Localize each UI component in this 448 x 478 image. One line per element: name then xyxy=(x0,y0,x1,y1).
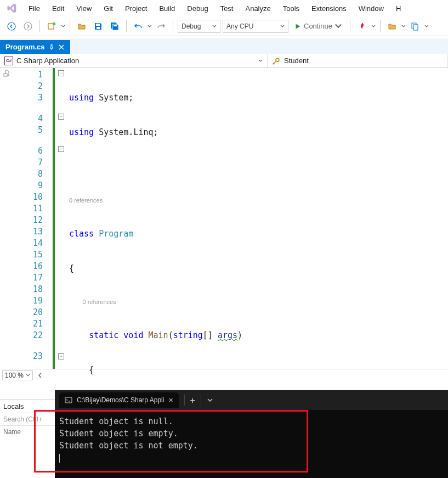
separator xyxy=(380,20,381,32)
document-tab-bar: Program.cs xyxy=(0,38,448,54)
pin-icon[interactable] xyxy=(48,44,55,50)
outline-margin xyxy=(0,68,14,369)
menu-extensions[interactable]: Extensions xyxy=(306,2,352,15)
menu-debug[interactable]: Debug xyxy=(182,2,213,15)
navigation-bar: C# C Sharp Application Student xyxy=(0,54,448,68)
terminal-icon xyxy=(65,396,72,404)
play-icon xyxy=(294,23,302,30)
csharp-icon: C# xyxy=(4,57,13,65)
fold-toggle[interactable]: − xyxy=(58,70,64,76)
code-surface[interactable]: using System; using System.Linq; 0 refer… xyxy=(69,68,448,369)
terminal-window: C:\Bijay\Demos\C Sharp Appli × + Student… xyxy=(55,390,448,478)
solution-config-dropdown[interactable]: Debug xyxy=(178,20,220,33)
close-icon[interactable]: × xyxy=(168,396,173,404)
zoom-dropdown[interactable]: 100 % xyxy=(2,370,33,380)
chevron-down-icon[interactable] xyxy=(148,24,152,29)
scope-project-label: C Sharp Application xyxy=(16,57,79,65)
terminal-actions: + xyxy=(184,395,214,406)
toolbar: Debug Any CPU Continue xyxy=(0,16,448,36)
nav-back-button[interactable] xyxy=(4,19,19,33)
browse-button[interactable] xyxy=(385,19,399,33)
solution-config-label: Debug xyxy=(182,23,201,30)
new-project-button[interactable] xyxy=(44,19,59,33)
continue-label: Continue xyxy=(304,22,332,30)
terminal-titlebar: C:\Bijay\Demos\C Sharp Appli × + xyxy=(55,390,448,410)
undo-button[interactable] xyxy=(131,19,145,33)
menu-file[interactable]: File xyxy=(23,2,46,15)
menu-edit[interactable]: Edit xyxy=(47,2,70,15)
terminal-tab-title: C:\Bijay\Demos\C Sharp Appli xyxy=(77,396,164,404)
redo-button[interactable] xyxy=(154,19,168,33)
menu-analyze[interactable]: Analyze xyxy=(240,2,276,15)
tab-title: Program.cs xyxy=(5,43,45,51)
svg-point-1 xyxy=(24,23,32,30)
svg-rect-6 xyxy=(114,25,117,26)
svg-rect-3 xyxy=(53,23,55,25)
menu-help[interactable]: H xyxy=(390,2,406,15)
menu-bar: File Edit View Git Project Build Debug T… xyxy=(0,0,448,16)
chevron-down-icon[interactable] xyxy=(371,24,376,29)
svg-rect-10 xyxy=(4,74,7,76)
chevron-down-icon[interactable] xyxy=(424,24,429,29)
scope-dropdown-type[interactable]: Student xyxy=(268,54,448,68)
terminal-line: Student object is empty. xyxy=(59,428,444,440)
fold-margin: − − − − xyxy=(53,68,69,369)
fold-toggle[interactable]: − xyxy=(58,353,64,359)
nav-fwd-button[interactable] xyxy=(21,19,35,33)
svg-point-9 xyxy=(273,63,275,64)
document-tab[interactable]: Program.cs xyxy=(0,40,70,54)
separator xyxy=(173,20,173,32)
menu-build[interactable]: Build xyxy=(154,2,180,15)
menu-tools[interactable]: Tools xyxy=(277,2,305,15)
tab-dropdown-button[interactable] xyxy=(207,395,213,406)
scope-type-label: Student xyxy=(284,57,309,65)
terminal-line: Student object is not empty. xyxy=(59,440,444,452)
close-icon[interactable] xyxy=(58,44,65,50)
terminal-tab[interactable]: C:\Bijay\Demos\C Sharp Appli × xyxy=(59,392,179,408)
menu-window[interactable]: Window xyxy=(353,2,389,15)
new-tab-button[interactable]: + xyxy=(190,395,196,406)
hot-reload-button[interactable] xyxy=(355,19,369,33)
menu-test[interactable]: Test xyxy=(215,2,239,15)
svg-rect-4 xyxy=(96,24,100,26)
separator xyxy=(70,20,70,32)
svg-rect-5 xyxy=(97,27,100,29)
zoom-label: 100 % xyxy=(5,372,24,379)
chevron-down-icon[interactable] xyxy=(401,24,406,29)
menu-project[interactable]: Project xyxy=(120,2,152,15)
vs-logo-icon xyxy=(5,2,18,14)
svg-rect-11 xyxy=(65,397,72,403)
platform-dropdown[interactable]: Any CPU xyxy=(223,20,288,33)
save-all-button[interactable] xyxy=(107,19,122,33)
open-file-button[interactable] xyxy=(75,19,89,33)
find-in-files-button[interactable] xyxy=(408,19,422,33)
line-number-gutter: 1 2 3 4 5 6 7 8 9 10 11 12 13 14 15 16 1… xyxy=(14,68,53,369)
svg-rect-8 xyxy=(413,25,418,30)
continue-button[interactable]: Continue xyxy=(291,19,345,33)
scroll-left-button[interactable] xyxy=(35,371,45,380)
terminal-cursor xyxy=(59,454,60,463)
platform-label: Any CPU xyxy=(226,23,253,30)
codelens[interactable]: 0 references xyxy=(69,297,448,307)
chevron-down-icon[interactable] xyxy=(61,24,65,29)
terminal-line: Student object is null. xyxy=(59,415,444,428)
save-button[interactable] xyxy=(91,19,105,33)
svg-point-0 xyxy=(8,23,15,30)
scope-dropdown-project[interactable]: C# C Sharp Application xyxy=(0,54,268,68)
terminal-output[interactable]: Student object is null. Student object i… xyxy=(55,410,448,469)
fold-toggle[interactable]: − xyxy=(58,146,64,152)
separator xyxy=(350,20,350,32)
separator xyxy=(39,20,40,32)
fold-toggle[interactable]: − xyxy=(58,114,64,120)
codelens[interactable]: 0 references xyxy=(69,196,448,205)
menu-view[interactable]: View xyxy=(71,2,97,15)
code-editor[interactable]: 1 2 3 4 5 6 7 8 9 10 11 12 13 14 15 16 1… xyxy=(0,68,448,369)
separator xyxy=(126,20,127,32)
menu-git[interactable]: Git xyxy=(98,2,118,15)
class-icon xyxy=(272,57,281,65)
